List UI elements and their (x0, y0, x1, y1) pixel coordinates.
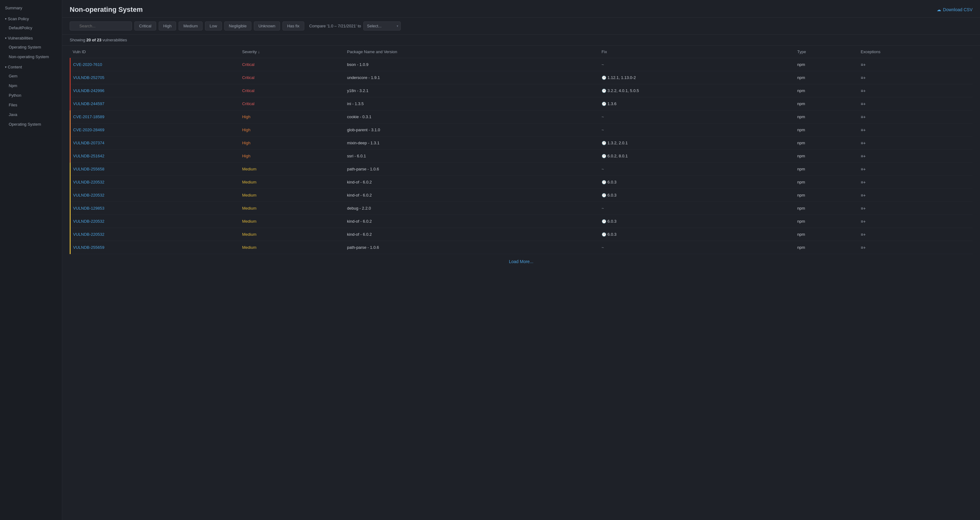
exceptions-cell: ≡+ (858, 124, 972, 137)
filter-btn-unknown[interactable]: Unknown (254, 21, 280, 30)
main-header: Non-operating System ☁ Download CSV (62, 0, 980, 18)
exceptions-icon[interactable]: ≡+ (861, 141, 865, 146)
exceptions-cell: ≡+ (858, 137, 972, 149)
vuln-id-link[interactable]: CVE-2020-7610 (73, 62, 102, 67)
exceptions-icon[interactable]: ≡+ (861, 245, 865, 250)
table-row: VULNDB-255659Mediumpath-parse - 1.0.6~np… (70, 241, 973, 254)
exceptions-icon[interactable]: ≡+ (861, 167, 865, 172)
exceptions-icon[interactable]: ≡+ (861, 102, 865, 107)
type-cell: npm (795, 202, 858, 215)
exceptions-icon[interactable]: ≡+ (861, 193, 865, 198)
exceptions-icon[interactable]: ≡+ (861, 88, 865, 93)
sidebar-item-files[interactable]: Files (0, 100, 62, 110)
fix-clock-icon: 🕐 (602, 89, 606, 93)
load-more-link[interactable]: Load More... (509, 259, 533, 264)
sidebar-item-non-operating-system[interactable]: Non-operating System (0, 52, 62, 62)
filter-btn-medium[interactable]: Medium (178, 21, 202, 30)
sidebar-item-operating-system[interactable]: Operating System (0, 42, 62, 52)
sidebar-item-npm[interactable]: Npm (0, 81, 62, 91)
type-cell: npm (795, 163, 858, 176)
package-name: kind-of - 6.0.2 (345, 176, 599, 189)
table-row: CVE-2020-7610Criticalbson - 1.0.9~npm≡+ (70, 58, 973, 71)
vuln-id-link[interactable]: VULNDB-220532 (73, 193, 104, 197)
compare-select[interactable]: Select... (363, 21, 401, 30)
package-name: underscore - 1.9.1 (345, 71, 599, 84)
compare-label: Compare '1.0 – 7/21/2021' to (309, 24, 361, 28)
exceptions-cell: ≡+ (858, 163, 972, 176)
severity-badge: High (242, 140, 250, 146)
severity-badge: Medium (242, 205, 256, 211)
search-wrapper: 🔍 (70, 21, 132, 30)
fix-cell: ~ (599, 202, 795, 215)
vuln-id-link[interactable]: VULNDB-220532 (73, 219, 104, 224)
exceptions-icon[interactable]: ≡+ (861, 232, 865, 237)
table-row: VULNDB-220532Mediumkind-of - 6.0.2🕐6.0.3… (70, 176, 973, 189)
sidebar-section-vulnerabilities[interactable]: ▾ Vulnerabilities (0, 33, 62, 42)
download-icon: ☁ (937, 7, 941, 12)
fix-clock-icon: 🕐 (602, 180, 606, 184)
vuln-id-link[interactable]: VULNDB-255658 (73, 167, 104, 171)
vuln-id-link[interactable]: VULNDB-220532 (73, 232, 104, 237)
download-csv-button[interactable]: ☁ Download CSV (937, 7, 972, 12)
chevron-down-icon-vuln: ▾ (5, 37, 6, 40)
filter-btn-negligible[interactable]: Negligible (224, 21, 251, 30)
sidebar-item-defaultpolicy[interactable]: DefaultPolicy (0, 23, 62, 33)
sidebar-item-summary[interactable]: Summary (0, 3, 62, 13)
filter-btn-low[interactable]: Low (205, 21, 222, 30)
vuln-id-link[interactable]: VULNDB-252705 (73, 75, 104, 80)
filter-btn-critical[interactable]: Critical (134, 21, 156, 30)
col-header-severity[interactable]: Severity ↓ (240, 46, 344, 58)
sidebar-item-gem[interactable]: Gem (0, 71, 62, 81)
vuln-id-link[interactable]: VULNDB-251642 (73, 154, 104, 158)
package-name: y18n - 3.2.1 (345, 84, 599, 97)
table-row: CVE-2017-18589Highcookie - 0.3.1~npm≡+ (70, 110, 973, 124)
vuln-id-link[interactable]: VULNDB-242996 (73, 88, 104, 93)
exceptions-icon[interactable]: ≡+ (861, 154, 865, 159)
vuln-id-link[interactable]: VULNDB-129853 (73, 206, 104, 211)
vuln-id-link[interactable]: CVE-2020-28469 (73, 127, 104, 132)
fix-cell: ~ (599, 110, 795, 124)
table-row: VULNDB-220532Mediumkind-of - 6.0.2🕐6.0.3… (70, 228, 973, 241)
type-cell: npm (795, 137, 858, 149)
vuln-id-link[interactable]: CVE-2017-18589 (73, 114, 104, 119)
fix-clock-icon: 🕐 (602, 141, 606, 145)
col-header-type: Type (795, 46, 858, 58)
exceptions-cell: ≡+ (858, 71, 972, 84)
table-row: VULNDB-252705Criticalunderscore - 1.9.1🕐… (70, 71, 973, 84)
type-cell: npm (795, 97, 858, 110)
exceptions-icon[interactable]: ≡+ (861, 62, 865, 67)
vuln-id-link[interactable]: VULNDB-207374 (73, 141, 104, 145)
filter-btn-hasfix[interactable]: Has fix (283, 21, 304, 30)
vuln-id-link[interactable]: VULNDB-244597 (73, 102, 104, 106)
sidebar-item-java[interactable]: Java (0, 110, 62, 119)
filter-btn-high[interactable]: High (159, 21, 177, 30)
severity-badge: Medium (242, 192, 256, 198)
search-input[interactable] (70, 21, 132, 30)
package-name: glob-parent - 3.1.0 (345, 124, 599, 137)
sidebar-item-python[interactable]: Python (0, 91, 62, 100)
severity-badge: High (242, 127, 250, 133)
load-more-section: Load More... (70, 254, 972, 269)
exceptions-icon[interactable]: ≡+ (861, 127, 865, 132)
exceptions-icon[interactable]: ≡+ (861, 114, 865, 119)
exceptions-cell: ≡+ (858, 176, 972, 189)
col-header-vuln-id: Vuln ID (70, 46, 240, 58)
package-name: bson - 1.0.9 (345, 58, 599, 71)
exceptions-cell: ≡+ (858, 228, 972, 241)
sidebar-item-os-content[interactable]: Operating System (0, 119, 62, 129)
exceptions-cell: ≡+ (858, 189, 972, 202)
exceptions-icon[interactable]: ≡+ (861, 206, 865, 211)
vuln-id-link[interactable]: VULNDB-220532 (73, 180, 104, 184)
exceptions-icon[interactable]: ≡+ (861, 180, 865, 185)
vuln-id-link[interactable]: VULNDB-255659 (73, 245, 104, 250)
table-row: VULNDB-242996Criticaly18n - 3.2.1🕐3.2.2,… (70, 84, 973, 97)
vulnerabilities-label: Vulnerabilities (8, 36, 33, 40)
fix-cell: ~ (599, 124, 795, 137)
exceptions-icon[interactable]: ≡+ (861, 75, 865, 80)
table-row: CVE-2020-28469Highglob-parent - 3.1.0~np… (70, 124, 973, 137)
exceptions-icon[interactable]: ≡+ (861, 219, 865, 224)
fix-clock-icon: 🕐 (602, 76, 606, 80)
sidebar-section-scan-policy[interactable]: ▾ Scan Policy (0, 13, 62, 23)
fix-cell: ~ (599, 241, 795, 254)
sidebar-section-content[interactable]: ▾ Content (0, 62, 62, 71)
